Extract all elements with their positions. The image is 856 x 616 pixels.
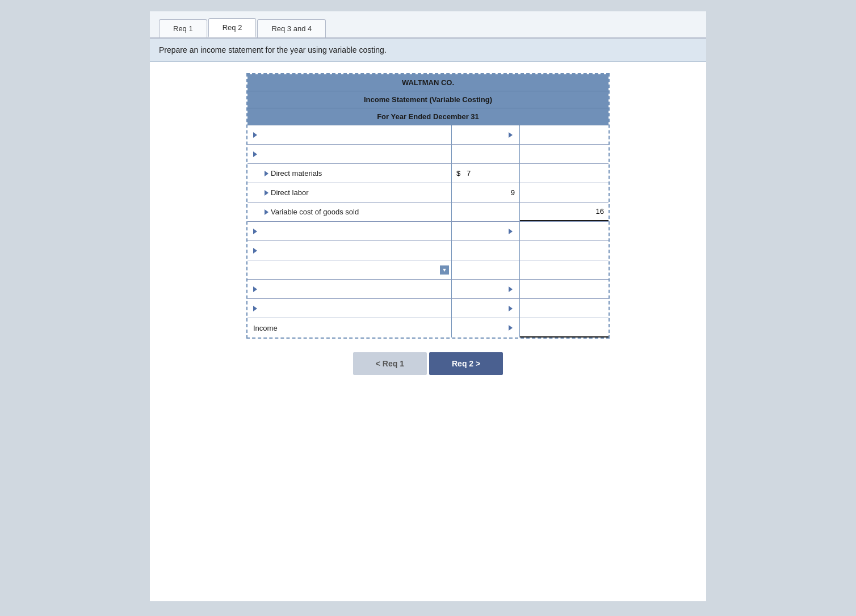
table-row bbox=[247, 222, 609, 241]
arrow-icon bbox=[253, 286, 257, 292]
row10-right[interactable] bbox=[520, 299, 609, 318]
content-area: WALTMAN CO. Income Statement (Variable C… bbox=[150, 62, 706, 601]
row7-right[interactable] bbox=[520, 241, 609, 260]
direct-materials-value: 7 bbox=[467, 169, 471, 178]
row9-right[interactable] bbox=[520, 280, 609, 298]
instruction-bar: Prepare an income statement for the year… bbox=[150, 39, 706, 62]
nav-buttons: < Req 1 Req 2 > bbox=[167, 339, 689, 384]
table-row: Direct materials $ 7 bbox=[247, 164, 609, 183]
direct-materials-label: Direct materials bbox=[247, 164, 452, 183]
row2-label[interactable] bbox=[247, 145, 452, 163]
row2-right[interactable] bbox=[520, 145, 609, 163]
variable-cogs-label: Variable cost of goods sold bbox=[247, 202, 452, 221]
table-title-row: Income Statement (Variable Costing) bbox=[247, 91, 609, 108]
financial-table: WALTMAN CO. Income Statement (Variable C… bbox=[246, 73, 610, 339]
table-subtitle-row: For Year Ended December 31 bbox=[247, 108, 609, 125]
row10-mid[interactable] bbox=[452, 299, 520, 318]
row2-mid[interactable] bbox=[452, 145, 520, 163]
variable-cogs-right[interactable]: 16 bbox=[520, 202, 609, 221]
table-row: Direct labor 9 bbox=[247, 183, 609, 202]
arrow-icon bbox=[253, 248, 257, 254]
tab-req2[interactable]: Req 2 bbox=[208, 18, 257, 37]
table-row bbox=[247, 145, 609, 164]
variable-cogs-mid[interactable] bbox=[452, 202, 520, 221]
variable-cogs-text: Variable cost of goods sold bbox=[271, 208, 359, 216]
income-text: Income bbox=[253, 324, 278, 332]
table-title: Income Statement (Variable Costing) bbox=[364, 95, 492, 104]
direct-labor-text: Direct labor bbox=[271, 188, 308, 197]
row7-mid[interactable] bbox=[452, 241, 520, 260]
row7-label[interactable] bbox=[247, 241, 452, 260]
instruction-text: Prepare an income statement for the year… bbox=[159, 45, 387, 54]
income-right[interactable] bbox=[520, 318, 609, 337]
variable-cogs-value: 16 bbox=[596, 207, 604, 216]
row8-mid[interactable] bbox=[452, 260, 520, 279]
row1-mid[interactable] bbox=[452, 125, 520, 144]
company-name-row: WALTMAN CO. bbox=[247, 74, 609, 91]
row6-mid[interactable] bbox=[452, 222, 520, 241]
income-mid[interactable] bbox=[452, 318, 520, 337]
row8-label[interactable]: ▼ bbox=[247, 260, 452, 279]
company-name: WALTMAN CO. bbox=[402, 78, 454, 87]
arrow-icon bbox=[265, 171, 268, 176]
row8-right[interactable] bbox=[520, 260, 609, 279]
tab-req1[interactable]: Req 1 bbox=[159, 19, 207, 37]
arrow-icon bbox=[265, 209, 268, 215]
table-row bbox=[247, 241, 609, 260]
arrow-icon bbox=[509, 325, 513, 331]
arrow-icon bbox=[253, 151, 257, 157]
row1-label[interactable] bbox=[247, 125, 452, 144]
dropdown-icon[interactable]: ▼ bbox=[440, 265, 449, 275]
row6-label[interactable] bbox=[247, 222, 452, 241]
direct-materials-mid[interactable]: $ 7 bbox=[452, 164, 520, 183]
table-subtitle: For Year Ended December 31 bbox=[377, 112, 479, 121]
table-row: Variable cost of goods sold 16 bbox=[247, 202, 609, 222]
row9-mid[interactable] bbox=[452, 280, 520, 298]
arrow-icon bbox=[253, 306, 257, 311]
arrow-icon bbox=[265, 190, 268, 196]
income-label: Income bbox=[247, 318, 452, 337]
row1-right[interactable] bbox=[520, 125, 609, 144]
direct-materials-text: Direct materials bbox=[271, 169, 322, 178]
next-button[interactable]: Req 2 > bbox=[429, 352, 503, 375]
table-row bbox=[247, 125, 609, 145]
direct-labor-right[interactable] bbox=[520, 183, 609, 202]
arrow-icon bbox=[509, 286, 513, 292]
page-container: Req 1 Req 2 Req 3 and 4 Prepare an incom… bbox=[150, 11, 706, 601]
arrow-icon bbox=[253, 132, 257, 138]
direct-labor-label: Direct labor bbox=[247, 183, 452, 202]
row10-label[interactable] bbox=[247, 299, 452, 318]
income-row: Income bbox=[247, 318, 609, 337]
arrow-icon bbox=[509, 132, 513, 138]
table-row: ▼ bbox=[247, 260, 609, 280]
table-row bbox=[247, 280, 609, 299]
direct-materials-symbol: $ bbox=[456, 169, 460, 178]
arrow-icon bbox=[253, 229, 257, 234]
direct-labor-mid[interactable]: 9 bbox=[452, 183, 520, 202]
prev-button[interactable]: < Req 1 bbox=[353, 352, 427, 375]
direct-labor-value: 9 bbox=[511, 188, 515, 197]
arrow-icon bbox=[509, 306, 513, 311]
tab-req3and4[interactable]: Req 3 and 4 bbox=[257, 19, 326, 37]
direct-materials-right[interactable] bbox=[520, 164, 609, 183]
tabs-bar: Req 1 Req 2 Req 3 and 4 bbox=[150, 11, 706, 39]
arrow-icon bbox=[509, 229, 513, 234]
row6-right[interactable] bbox=[520, 222, 609, 241]
table-row bbox=[247, 299, 609, 318]
row9-label[interactable] bbox=[247, 280, 452, 298]
